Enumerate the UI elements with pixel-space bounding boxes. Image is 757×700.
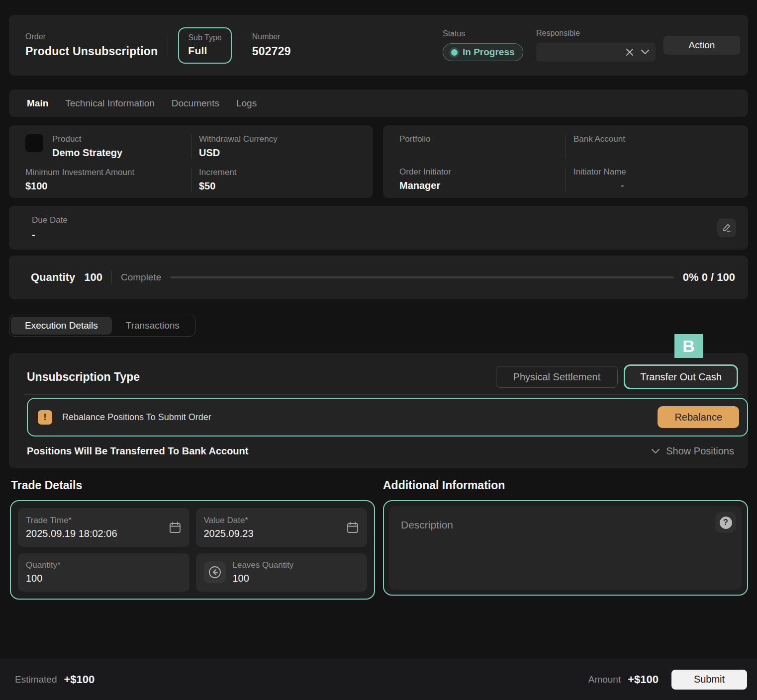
- help-button[interactable]: ?: [715, 512, 736, 533]
- estimated-value: +$100: [64, 673, 95, 686]
- tab-execution-details[interactable]: Execution Details: [11, 317, 112, 335]
- status-dot-icon: [451, 49, 458, 56]
- due-date-label: Due Date: [32, 215, 68, 225]
- unsubscription-section: B Unsubscription Type Physical Settlemen…: [9, 353, 748, 468]
- clear-icon[interactable]: [626, 48, 634, 56]
- description-box: ?: [389, 506, 742, 590]
- order-initiator-label: Order Initiator: [399, 167, 451, 177]
- quantity-field[interactable]: Quantity* 100: [18, 553, 189, 592]
- positions-row: Positions Will Be Transferred To Bank Ac…: [27, 445, 734, 457]
- arrow-left-circle-icon: [208, 565, 222, 579]
- positions-transfer-text: Positions Will Be Transferred To Bank Ac…: [27, 445, 248, 457]
- footer-bar: Estimated +$100 Amount +$100 Submit: [0, 659, 757, 700]
- tab-logs[interactable]: Logs: [236, 98, 257, 109]
- increment-cell: Increment $50: [191, 168, 373, 192]
- quantity-divider: [111, 271, 112, 284]
- leaves-quantity-value: 100: [233, 573, 360, 584]
- portfolio-value: [399, 147, 430, 158]
- trade-details-title: Trade Details: [11, 479, 82, 492]
- estimated-label: Estimated: [15, 674, 57, 685]
- quantity-progress-text: 0% 0 / 100: [683, 271, 735, 284]
- portfolio-label: Portfolio: [399, 134, 430, 144]
- quantity-progress-track: [170, 276, 674, 278]
- complete-label: Complete: [121, 272, 161, 283]
- edit-pencil-icon: [722, 223, 732, 233]
- quantity-card: Quantity 100 Complete 0% 0 / 100: [9, 256, 748, 299]
- tab-main[interactable]: Main: [27, 98, 48, 109]
- leaves-quantity-field: Leaves Quantity 100: [196, 553, 368, 592]
- due-date-card: Due Date -: [9, 206, 748, 250]
- subtype-badge: Sub Type Full: [178, 27, 231, 64]
- warning-icon: !: [38, 410, 52, 425]
- chevron-down-icon[interactable]: [641, 49, 650, 55]
- value-date-field[interactable]: Value Date* 2025.09.23: [196, 508, 368, 547]
- amount-value: +$100: [628, 673, 659, 686]
- order-initiator-cell: Order Initiator Manager: [383, 167, 566, 191]
- subtype-value: Full: [188, 45, 221, 57]
- bank-account-cell: Bank Account: [566, 134, 748, 158]
- annotation-badge-b: B: [674, 334, 703, 358]
- transfer-out-cash-button[interactable]: Transfer Out Cash: [624, 364, 738, 389]
- chevron-down-icon: [651, 448, 660, 454]
- additional-information-title: Additional Information: [383, 479, 505, 492]
- initiator-name-label: Initiator Name: [573, 167, 626, 177]
- withdrawal-currency-cell: Withdrawal Currency USD: [191, 134, 373, 159]
- quantity-value: 100: [84, 271, 102, 284]
- product-panel: Product Demo Strategy Withdrawal Currenc…: [9, 125, 373, 198]
- responsible-label: Responsible: [536, 29, 656, 38]
- tab-documents[interactable]: Documents: [172, 98, 219, 109]
- product-value: Demo Strategy: [52, 147, 122, 159]
- rebalance-button[interactable]: Rebalance: [658, 406, 739, 428]
- number-value: 502729: [252, 45, 291, 58]
- trade-time-field[interactable]: Trade Time* 2025.09.19 18:02:06: [18, 508, 189, 547]
- header-divider: [168, 35, 168, 56]
- value-date-value: 2025.09.23: [204, 528, 347, 539]
- rebalance-warning-banner: ! Rebalance Positions To Submit Order Re…: [27, 398, 748, 437]
- tab-technical-information[interactable]: Technical Information: [65, 98, 155, 109]
- submit-button[interactable]: Submit: [671, 670, 747, 690]
- bank-account-label: Bank Account: [573, 134, 625, 144]
- physical-settlement-button[interactable]: Physical Settlement: [496, 366, 618, 388]
- quantity-field-label: Quantity*: [26, 560, 182, 570]
- help-icon: ?: [720, 517, 732, 529]
- trade-time-value: 2025.09.19 18:02:06: [26, 528, 169, 539]
- amount-label: Amount: [588, 674, 621, 685]
- order-label: Order: [25, 32, 158, 41]
- additional-information-panel: ?: [383, 500, 748, 596]
- number-label: Number: [252, 32, 291, 41]
- edit-due-date-button[interactable]: [717, 218, 736, 237]
- product-label: Product: [52, 134, 122, 144]
- responsible-select[interactable]: [536, 43, 656, 62]
- order-header: Order Product Unsubscription Sub Type Fu…: [9, 15, 748, 76]
- calendar-icon[interactable]: [169, 521, 182, 534]
- status-badge: In Progress: [443, 43, 523, 61]
- initiator-name-value: -: [573, 180, 626, 191]
- leaves-quantity-label: Leaves Quantity: [233, 560, 360, 570]
- calendar-icon[interactable]: [346, 521, 359, 534]
- withdrawal-currency-label: Withdrawal Currency: [199, 134, 278, 144]
- responsible-block: Responsible: [536, 29, 656, 62]
- show-positions-toggle[interactable]: Show Positions: [651, 445, 734, 457]
- rebalance-warning-text: Rebalance Positions To Submit Order: [62, 412, 211, 423]
- min-investment-cell: Minimum Investment Amount $100: [9, 168, 191, 192]
- section-divider: [24, 394, 743, 395]
- min-investment-value: $100: [25, 180, 134, 192]
- product-cell: Product Demo Strategy: [9, 134, 191, 159]
- portfolio-cell: Portfolio: [383, 134, 566, 158]
- bank-account-value: [573, 147, 625, 158]
- trade-time-label: Trade Time*: [26, 516, 169, 525]
- quantity-label: Quantity: [31, 271, 75, 284]
- min-investment-label: Minimum Investment Amount: [25, 168, 134, 177]
- subtype-label: Sub Type: [188, 33, 221, 42]
- quantity-field-value: 100: [26, 573, 182, 584]
- action-button[interactable]: Action: [663, 36, 740, 55]
- increment-label: Increment: [199, 168, 237, 177]
- description-input[interactable]: [389, 506, 742, 590]
- initiator-name-cell: Initiator Name -: [566, 167, 748, 191]
- order-page: Order Product Unsubscription Sub Type Fu…: [0, 0, 757, 700]
- status-block: Status In Progress: [443, 29, 531, 61]
- copy-leaves-quantity-button[interactable]: [204, 561, 226, 583]
- tab-transactions[interactable]: Transactions: [112, 317, 193, 335]
- header-divider: [242, 35, 242, 56]
- status-value: In Progress: [463, 47, 515, 58]
